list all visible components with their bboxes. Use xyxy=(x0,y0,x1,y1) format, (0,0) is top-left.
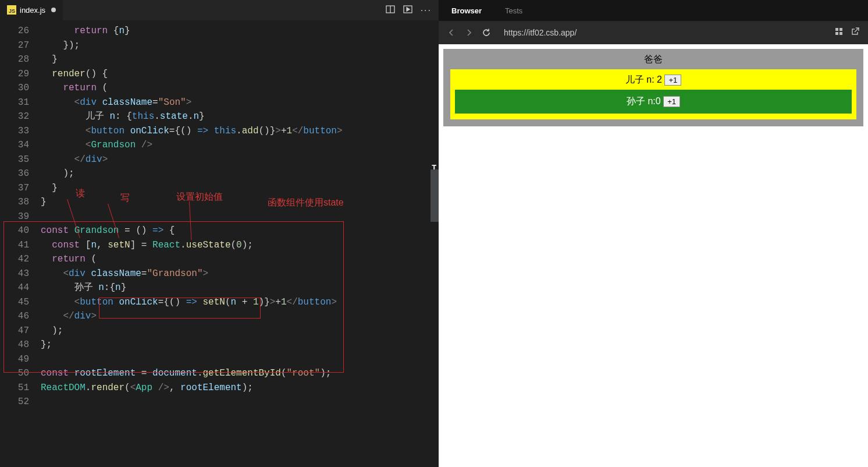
editor-pane: JS index.js ··· 262728293031323334353637… xyxy=(0,0,439,467)
dad-label: 爸爸 xyxy=(450,54,856,66)
more-icon[interactable]: ··· xyxy=(421,5,432,16)
tab-tests[interactable]: Tests xyxy=(505,6,522,15)
url-actions xyxy=(834,27,860,38)
url-bar: https://itf02.csb.app/ xyxy=(439,21,868,44)
son-row: 儿子 n: 2 +1 xyxy=(455,74,852,86)
preview-icon[interactable] xyxy=(403,5,412,16)
annotation-read: 读 xyxy=(76,186,85,201)
grandson-component: 孙子 n:0 +1 xyxy=(455,90,852,114)
grandson-value: 0 xyxy=(656,96,661,106)
dirty-indicator-icon xyxy=(51,8,56,12)
code-area[interactable]: return {n} }); } render() { return ( <di… xyxy=(41,21,431,467)
grandson-plus-button[interactable]: +1 xyxy=(663,96,680,107)
minimap-thumb[interactable] xyxy=(431,169,439,222)
dad-component: 爸爸 儿子 n: 2 +1 孙子 n:0 +1 xyxy=(443,49,863,126)
forward-icon[interactable] xyxy=(464,28,474,37)
son-component: 儿子 n: 2 +1 孙子 n:0 +1 xyxy=(450,69,856,119)
son-value: 2 xyxy=(657,75,662,84)
split-editor-icon[interactable] xyxy=(386,5,395,16)
preview-tabs: Browser Tests xyxy=(439,0,868,21)
tab-browser[interactable]: Browser xyxy=(451,6,482,15)
son-label: 儿子 n: xyxy=(625,75,657,84)
tab-filename: index.js xyxy=(20,6,45,15)
back-icon[interactable] xyxy=(447,28,456,37)
line-gutter: 2627282930313233343536373839404142434445… xyxy=(0,21,41,467)
svg-rect-6 xyxy=(835,32,838,35)
annotation-write: 写 xyxy=(120,191,130,206)
codesandbox-icon[interactable] xyxy=(834,27,844,38)
svg-rect-4 xyxy=(835,28,838,31)
svg-rect-7 xyxy=(839,32,842,35)
svg-rect-5 xyxy=(839,28,842,31)
url-input[interactable]: https://itf02.csb.app/ xyxy=(499,26,826,40)
file-tab[interactable]: JS index.js xyxy=(0,0,63,21)
svg-marker-3 xyxy=(407,8,410,11)
grandson-label: 孙子 n: xyxy=(627,96,656,106)
reload-icon[interactable] xyxy=(482,28,491,37)
js-icon: JS xyxy=(7,5,16,15)
son-plus-button[interactable]: +1 xyxy=(664,75,681,86)
annotation-comment: 函数组件使用state xyxy=(268,196,344,210)
open-external-icon[interactable] xyxy=(851,27,860,38)
tab-actions: ··· xyxy=(386,5,439,16)
preview-pane: Browser Tests https://itf02.csb.app/ 爸爸 … xyxy=(439,0,868,467)
minimap[interactable]: T xyxy=(431,21,439,467)
editor-body[interactable]: 2627282930313233343536373839404142434445… xyxy=(0,21,439,467)
annotation-init: 设置初始值 xyxy=(176,190,223,204)
browser-view: 爸爸 儿子 n: 2 +1 孙子 n:0 +1 xyxy=(439,44,868,467)
tab-bar: JS index.js ··· xyxy=(0,0,439,21)
